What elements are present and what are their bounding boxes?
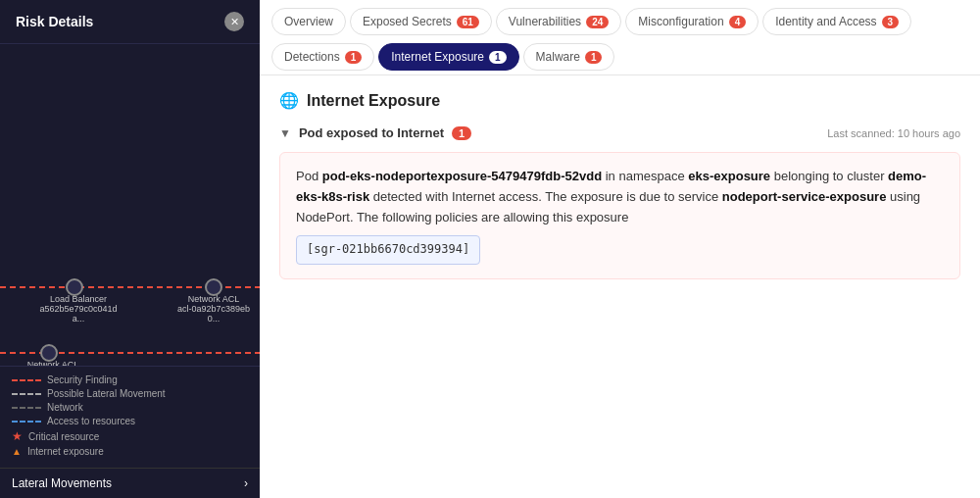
- tab-internet-exposure-label: Internet Exposure: [391, 50, 484, 64]
- legend-internet-label: Internet exposure: [27, 446, 104, 457]
- subsection-header: ▼ Pod exposed to Internet 1 Last scanned…: [279, 125, 960, 140]
- lateral-movements-label: Lateral Movements: [12, 476, 112, 490]
- load-balancer-sublabel: a562b5e79c0c041da...: [39, 304, 118, 324]
- tab-misconfiguration-badge: 4: [729, 16, 747, 28]
- tab-misconfiguration-label: Misconfiguration: [638, 15, 723, 28]
- alert-text-after-ns: belonging to cluster: [770, 169, 888, 183]
- alert-card: Pod pod-eks-nodeportexposure-5479479fdb-…: [279, 152, 960, 279]
- legend: Security Finding Possible Lateral Moveme…: [0, 366, 260, 468]
- tab-detections-label: Detections: [284, 50, 340, 64]
- legend-lateral-label: Possible Lateral Movement: [47, 388, 166, 399]
- legend-network-label: Network: [47, 402, 83, 413]
- tab-malware[interactable]: Malware 1: [523, 43, 615, 71]
- svg-point-1: [67, 279, 82, 295]
- alert-text-after-cluster: detected with Internet access. The expos…: [369, 189, 722, 204]
- alert-pod-name: pod-eks-nodeportexposure-5479479fdb-52vd…: [322, 169, 602, 183]
- load-balancer-label: Load Balancer: [50, 294, 107, 304]
- section-title: 🌐 Internet Exposure: [279, 91, 960, 110]
- network-diagram: Load Balancer a562b5e79c0c041da... Netwo…: [0, 44, 260, 366]
- legend-lateral: Possible Lateral Movement: [12, 388, 248, 399]
- network-acl-2-node: Network ACL acl-0a92b7c389eb0...: [14, 360, 92, 366]
- legend-internet: ▲ Internet exposure: [12, 446, 248, 457]
- alert-service: nodeport-service-exposure: [722, 189, 887, 204]
- alert-text-after-pod: in namespace: [602, 169, 688, 183]
- tab-internet-exposure-badge: 1: [489, 51, 507, 64]
- globe-icon: 🌐: [279, 91, 299, 110]
- tab-overview-label: Overview: [284, 15, 333, 28]
- tab-detections[interactable]: Detections 1: [271, 43, 374, 71]
- tab-identity-access[interactable]: Identity and Access 3: [762, 8, 911, 35]
- critical-star-icon: ★: [12, 429, 23, 443]
- last-scanned-text: Last scanned: 10 hours ago: [827, 127, 960, 139]
- network-acl-1-node: Network ACL acl-0a92b7c389eb0...: [174, 294, 253, 324]
- svg-point-2: [206, 279, 221, 295]
- tab-identity-access-label: Identity and Access: [775, 15, 876, 28]
- policy-tag[interactable]: [sgr-021bb6670cd399394]: [296, 235, 480, 264]
- legend-access: Access to resources: [12, 416, 248, 426]
- network-acl-1-sublabel: acl-0a92b7c389eb0...: [174, 304, 253, 324]
- load-balancer-node: Load Balancer a562b5e79c0c041da...: [39, 294, 118, 324]
- tab-detections-badge: 1: [345, 51, 363, 64]
- tab-misconfiguration[interactable]: Misconfiguration 4: [625, 8, 759, 35]
- tab-vulnerabilities[interactable]: Vulnerabilities 24: [496, 8, 621, 35]
- subsection-left: ▼ Pod exposed to Internet 1: [279, 125, 471, 140]
- tab-exposed-secrets-badge: 61: [457, 16, 479, 28]
- tab-malware-label: Malware: [536, 50, 580, 64]
- tab-malware-badge: 1: [585, 51, 603, 64]
- alert-namespace: eks-exposure: [688, 169, 770, 183]
- lateral-movements-arrow-icon: ›: [244, 476, 248, 490]
- legend-critical: ★ Critical resource: [12, 429, 248, 443]
- security-line-icon: [12, 379, 41, 381]
- risk-details-title-text: Risk Details: [16, 14, 93, 29]
- tab-exposed-secrets[interactable]: Exposed Secrets 61: [350, 8, 492, 35]
- subsection-badge: 1: [452, 126, 471, 140]
- lateral-line-icon: [12, 393, 41, 395]
- risk-details-header: Risk Details ✕: [0, 0, 260, 44]
- tab-exposed-secrets-label: Exposed Secrets: [363, 15, 452, 28]
- tab-vulnerabilities-label: Vulnerabilities: [509, 15, 581, 28]
- tab-overview[interactable]: Overview: [271, 8, 346, 35]
- access-line-icon: [12, 421, 41, 423]
- right-panel: Overview Exposed Secrets 61 Vulnerabilit…: [260, 0, 980, 498]
- network-line-icon: [12, 407, 41, 409]
- lateral-movements-bar[interactable]: Lateral Movements ›: [0, 468, 260, 498]
- left-panel: Risk Details ✕ Load Balancer a562b5e79c0…: [0, 0, 260, 498]
- legend-network: Network: [12, 402, 248, 413]
- network-acl-1-label: Network ACL: [188, 294, 240, 304]
- close-button[interactable]: ✕: [224, 12, 244, 31]
- svg-point-4: [41, 345, 57, 361]
- legend-critical-label: Critical resource: [28, 431, 99, 442]
- legend-security-label: Security Finding: [47, 374, 118, 385]
- alert-text-before-pod: Pod: [296, 169, 322, 183]
- tab-internet-exposure[interactable]: Internet Exposure 1: [378, 43, 518, 71]
- internet-triangle-icon: ▲: [12, 446, 22, 457]
- section-title-text: Internet Exposure: [307, 92, 440, 110]
- legend-security: Security Finding: [12, 374, 248, 385]
- tab-vulnerabilities-badge: 24: [586, 16, 609, 28]
- tab-identity-access-badge: 3: [882, 16, 900, 28]
- subsection-label: Pod exposed to Internet: [299, 125, 444, 140]
- legend-access-label: Access to resources: [47, 416, 135, 426]
- network-acl-2-label: Network ACL: [27, 360, 79, 366]
- tab-bar: Overview Exposed Secrets 61 Vulnerabilit…: [260, 0, 980, 75]
- chevron-down-icon[interactable]: ▼: [279, 126, 291, 140]
- content-area: 🌐 Internet Exposure ▼ Pod exposed to Int…: [260, 75, 980, 498]
